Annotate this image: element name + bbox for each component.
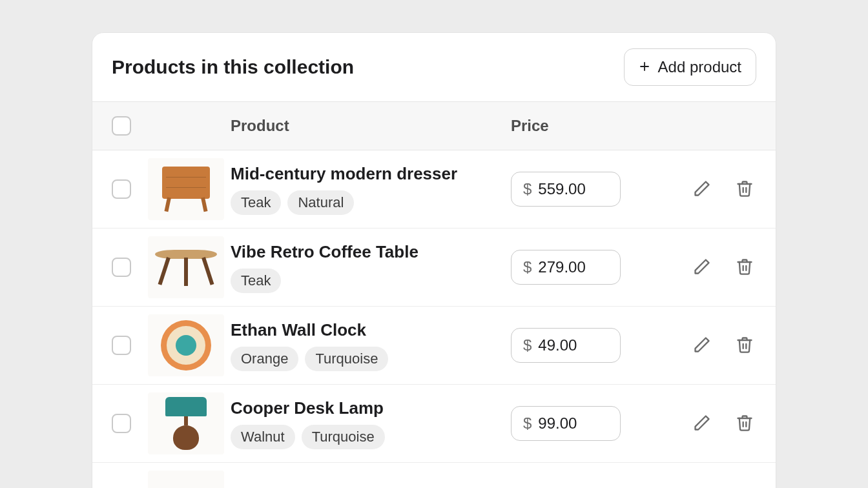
price-input[interactable]: $49.00 — [511, 328, 621, 363]
currency-symbol: $ — [523, 414, 532, 432]
product-tag: Walnut — [231, 425, 295, 449]
table-row: Essence Upholstered Bed — [92, 463, 776, 488]
product-tags: OrangeTurquoise — [231, 347, 511, 371]
price-value: 559.00 — [538, 180, 585, 198]
product-tag: Turquoise — [305, 347, 388, 371]
row-checkbox[interactable] — [112, 414, 131, 433]
edit-button[interactable] — [690, 177, 714, 202]
currency-symbol: $ — [523, 258, 532, 276]
collection-products-card: Products in this collection Add product … — [92, 32, 776, 488]
column-header-product: Product — [231, 117, 511, 135]
table-header: Product Price — [92, 101, 776, 150]
price-input[interactable]: $279.00 — [511, 250, 621, 285]
product-tag: Teak — [231, 190, 281, 215]
table-row: Vibe Retro Coffee TableTeak$279.00 — [92, 229, 776, 307]
table-row: Ethan Wall ClockOrangeTurquoise$49.00 — [92, 307, 776, 385]
table-row: Cooper Desk LampWalnutTurquoise$99.00 — [92, 385, 776, 463]
delete-button[interactable] — [733, 177, 756, 202]
delete-button[interactable] — [733, 255, 756, 280]
select-all-checkbox[interactable] — [112, 116, 131, 136]
product-thumbnail — [148, 471, 224, 488]
price-value: 279.00 — [538, 258, 585, 276]
row-checkbox[interactable] — [112, 336, 131, 355]
price-value: 99.00 — [538, 414, 577, 432]
edit-button[interactable] — [690, 255, 714, 280]
delete-button[interactable] — [733, 333, 756, 358]
product-name: Mid-century modern dresser — [231, 164, 511, 184]
product-thumbnail — [148, 236, 224, 298]
product-tag: Teak — [231, 269, 281, 293]
card-header: Products in this collection Add product — [92, 33, 776, 101]
pencil-icon — [693, 424, 711, 434]
product-tags: Teak — [231, 269, 511, 293]
edit-button[interactable] — [690, 333, 714, 358]
product-thumbnail — [148, 158, 224, 220]
product-rows: Mid-century modern dresserTeakNatural$55… — [92, 150, 776, 488]
product-tags: TeakNatural — [231, 190, 511, 215]
pencil-icon — [693, 346, 711, 356]
plus-icon — [639, 58, 650, 76]
edit-button[interactable] — [690, 411, 714, 436]
table-row: Mid-century modern dresserTeakNatural$55… — [92, 150, 776, 229]
pencil-icon — [693, 190, 711, 199]
product-tag: Natural — [287, 190, 354, 215]
pencil-icon — [693, 268, 711, 278]
column-header-price: Price — [511, 117, 659, 135]
product-thumbnail — [148, 392, 224, 454]
product-name: Ethan Wall Clock — [231, 320, 511, 340]
product-name: Vibe Retro Coffee Table — [231, 242, 511, 262]
trash-icon — [736, 424, 754, 434]
trash-icon — [736, 190, 754, 199]
price-input[interactable]: $99.00 — [511, 406, 621, 441]
row-checkbox[interactable] — [112, 179, 131, 199]
product-name: Cooper Desk Lamp — [231, 398, 511, 418]
card-title: Products in this collection — [112, 56, 354, 78]
trash-icon — [736, 346, 754, 356]
product-thumbnail — [148, 314, 224, 376]
delete-button[interactable] — [733, 411, 756, 436]
add-product-button[interactable]: Add product — [624, 48, 756, 86]
trash-icon — [736, 268, 754, 278]
currency-symbol: $ — [523, 336, 532, 354]
price-value: 49.00 — [538, 336, 577, 354]
product-tag: Orange — [231, 347, 298, 371]
add-product-label: Add product — [658, 58, 741, 76]
currency-symbol: $ — [523, 180, 532, 198]
product-tag: Turquoise — [302, 425, 385, 449]
price-input[interactable]: $559.00 — [511, 172, 621, 207]
row-checkbox[interactable] — [112, 258, 131, 277]
product-tags: WalnutTurquoise — [231, 425, 511, 449]
